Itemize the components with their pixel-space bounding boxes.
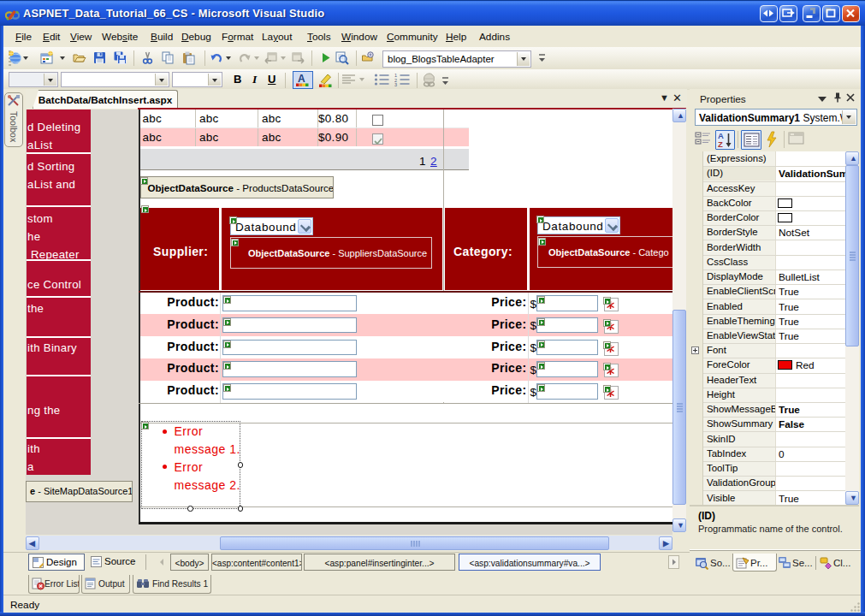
svg-text:Z: Z [718, 139, 723, 148]
svg-text:3: 3 [394, 82, 397, 86]
svg-text:A: A [298, 73, 305, 85]
